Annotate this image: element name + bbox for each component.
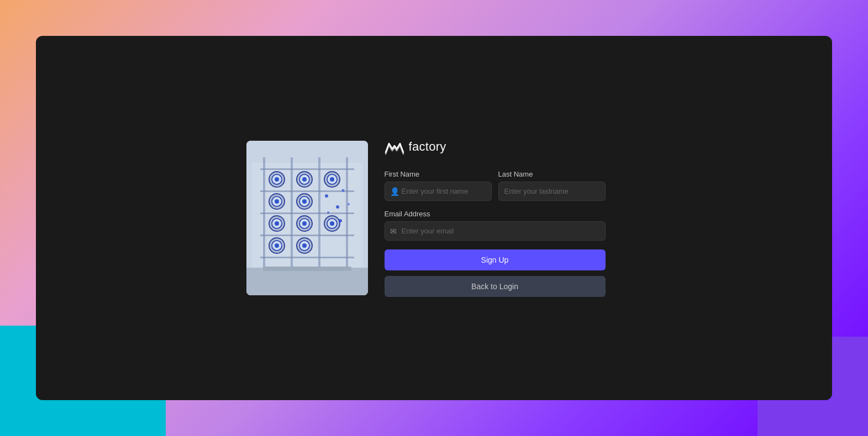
form-panel: factory First Name 👤 Last Name	[368, 128, 622, 308]
email-input[interactable]	[385, 221, 606, 241]
signup-button[interactable]: Sign Up	[385, 249, 606, 270]
first-name-input[interactable]	[385, 182, 492, 201]
email-input-wrapper: ✉	[385, 221, 606, 241]
svg-point-35	[330, 221, 334, 226]
svg-rect-49	[246, 268, 368, 295]
first-name-input-wrapper: 👤	[385, 182, 492, 201]
svg-point-20	[330, 177, 334, 182]
logo-text: factory	[409, 140, 446, 154]
ai-factory-logo-icon	[385, 139, 404, 155]
svg-point-46	[339, 219, 342, 222]
svg-rect-8	[260, 190, 354, 192]
last-name-label: Last Name	[498, 170, 606, 178]
svg-point-42	[325, 194, 328, 198]
svg-point-14	[275, 177, 279, 182]
svg-rect-9	[260, 212, 354, 214]
svg-rect-11	[260, 257, 354, 258]
logo-area: factory	[385, 139, 606, 155]
svg-point-41	[302, 243, 307, 248]
svg-point-26	[302, 199, 307, 204]
email-label: Email Address	[385, 210, 606, 218]
svg-point-29	[275, 221, 279, 226]
svg-point-44	[341, 189, 344, 192]
main-window: factory First Name 👤 Last Name	[36, 36, 832, 400]
illustration-svg	[246, 141, 368, 295]
svg-point-43	[336, 205, 339, 209]
svg-rect-7	[260, 168, 354, 170]
last-name-input[interactable]	[498, 182, 606, 201]
svg-point-38	[275, 243, 279, 248]
first-name-group: First Name 👤	[385, 170, 492, 201]
logo-svg	[385, 139, 404, 155]
illustration-inner	[246, 141, 368, 295]
email-group: Email Address ✉	[385, 210, 606, 241]
svg-rect-10	[260, 235, 354, 236]
name-row: First Name 👤 Last Name	[385, 170, 606, 201]
last-name-group: Last Name	[498, 170, 606, 201]
first-name-label: First Name	[385, 170, 492, 178]
last-name-input-wrapper	[498, 182, 606, 201]
content-area: factory First Name 👤 Last Name	[246, 128, 622, 308]
svg-point-45	[327, 211, 329, 214]
illustration-panel	[246, 141, 368, 295]
svg-point-17	[302, 177, 307, 182]
back-to-login-button[interactable]: Back to Login	[385, 276, 606, 297]
svg-point-47	[348, 203, 350, 205]
svg-point-32	[302, 221, 307, 226]
svg-point-23	[275, 199, 279, 204]
